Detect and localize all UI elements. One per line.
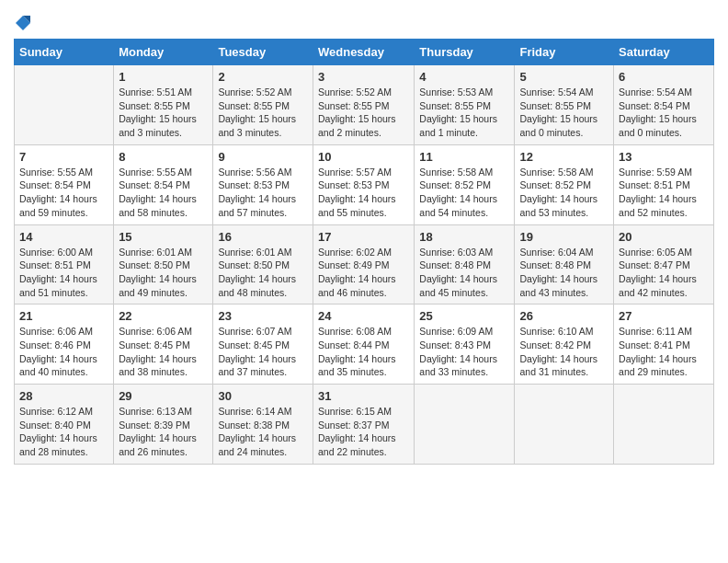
table-row: 22Sunrise: 6:06 AMSunset: 8:45 PMDayligh… <box>114 304 213 385</box>
day-info: Sunrise: 5:58 AMSunset: 8:52 PMDaylight:… <box>419 167 497 218</box>
day-info: Sunrise: 5:55 AMSunset: 8:54 PMDaylight:… <box>119 167 197 218</box>
header-area <box>14 9 714 31</box>
day-info: Sunrise: 5:56 AMSunset: 8:53 PMDaylight:… <box>218 167 296 218</box>
day-number: 15 <box>119 230 208 244</box>
table-row: 10Sunrise: 5:57 AMSunset: 8:53 PMDayligh… <box>313 144 414 224</box>
day-number: 28 <box>19 389 108 403</box>
day-number: 14 <box>19 230 108 244</box>
table-row: 5Sunrise: 5:54 AMSunset: 8:55 PMDaylight… <box>515 65 614 145</box>
table-row: 2Sunrise: 5:52 AMSunset: 8:55 PMDaylight… <box>213 65 313 145</box>
day-info: Sunrise: 6:06 AMSunset: 8:45 PMDaylight:… <box>119 326 197 377</box>
day-number: 19 <box>519 230 609 244</box>
table-row: 26Sunrise: 6:10 AMSunset: 8:42 PMDayligh… <box>515 304 614 385</box>
table-row: 14Sunrise: 6:00 AMSunset: 8:51 PMDayligh… <box>15 224 114 304</box>
day-number: 20 <box>619 230 709 244</box>
day-info: Sunrise: 5:52 AMSunset: 8:55 PMDaylight:… <box>318 86 396 138</box>
day-number: 16 <box>218 230 308 244</box>
day-number: 5 <box>519 70 609 84</box>
table-row: 4Sunrise: 5:53 AMSunset: 8:55 PMDaylight… <box>415 65 515 145</box>
table-row: 1Sunrise: 5:51 AMSunset: 8:55 PMDaylight… <box>114 65 213 145</box>
day-number: 13 <box>619 150 709 164</box>
day-number: 12 <box>519 150 609 164</box>
day-info: Sunrise: 5:55 AMSunset: 8:54 PMDaylight:… <box>19 167 97 218</box>
table-row: 24Sunrise: 6:08 AMSunset: 8:44 PMDayligh… <box>313 304 414 385</box>
table-row: 8Sunrise: 5:55 AMSunset: 8:54 PMDaylight… <box>114 144 213 224</box>
table-row: 23Sunrise: 6:07 AMSunset: 8:45 PMDayligh… <box>213 304 313 385</box>
day-info: Sunrise: 6:10 AMSunset: 8:42 PMDaylight:… <box>519 326 597 377</box>
day-info: Sunrise: 6:08 AMSunset: 8:44 PMDaylight:… <box>318 326 396 377</box>
day-number: 11 <box>419 150 509 164</box>
table-row <box>614 385 714 465</box>
day-number: 3 <box>318 70 409 84</box>
day-info: Sunrise: 6:00 AMSunset: 8:51 PMDaylight:… <box>19 247 97 298</box>
day-info: Sunrise: 6:09 AMSunset: 8:43 PMDaylight:… <box>419 326 497 377</box>
col-thursday: Thursday <box>415 40 515 65</box>
table-row: 6Sunrise: 5:54 AMSunset: 8:54 PMDaylight… <box>614 65 714 145</box>
day-info: Sunrise: 6:01 AMSunset: 8:50 PMDaylight:… <box>119 247 197 298</box>
day-info: Sunrise: 6:07 AMSunset: 8:45 PMDaylight:… <box>218 326 296 377</box>
table-row: 17Sunrise: 6:02 AMSunset: 8:49 PMDayligh… <box>313 224 414 304</box>
day-number: 30 <box>218 389 308 403</box>
col-monday: Monday <box>114 40 213 65</box>
day-info: Sunrise: 6:14 AMSunset: 8:38 PMDaylight:… <box>218 406 296 457</box>
day-number: 1 <box>119 70 208 84</box>
day-info: Sunrise: 6:12 AMSunset: 8:40 PMDaylight:… <box>19 406 97 457</box>
day-info: Sunrise: 6:04 AMSunset: 8:48 PMDaylight:… <box>519 247 597 298</box>
day-info: Sunrise: 5:52 AMSunset: 8:55 PMDaylight:… <box>218 86 296 138</box>
table-row: 30Sunrise: 6:14 AMSunset: 8:38 PMDayligh… <box>213 385 313 465</box>
day-info: Sunrise: 5:54 AMSunset: 8:54 PMDaylight:… <box>619 86 697 138</box>
table-row <box>515 385 614 465</box>
table-row: 12Sunrise: 5:58 AMSunset: 8:52 PMDayligh… <box>515 144 614 224</box>
col-wednesday: Wednesday <box>313 40 414 65</box>
calendar-header: Sunday Monday Tuesday Wednesday Thursday… <box>15 40 714 65</box>
day-number: 22 <box>119 309 208 323</box>
table-row <box>415 385 515 465</box>
day-info: Sunrise: 6:13 AMSunset: 8:39 PMDaylight:… <box>119 406 197 457</box>
table-row: 31Sunrise: 6:15 AMSunset: 8:37 PMDayligh… <box>313 385 414 465</box>
day-info: Sunrise: 6:05 AMSunset: 8:47 PMDaylight:… <box>619 247 697 298</box>
table-row: 15Sunrise: 6:01 AMSunset: 8:50 PMDayligh… <box>114 224 213 304</box>
table-row: 7Sunrise: 5:55 AMSunset: 8:54 PMDaylight… <box>15 144 114 224</box>
day-info: Sunrise: 5:54 AMSunset: 8:55 PMDaylight:… <box>519 86 597 138</box>
table-row: 25Sunrise: 6:09 AMSunset: 8:43 PMDayligh… <box>415 304 515 385</box>
day-number: 24 <box>318 309 409 323</box>
day-number: 6 <box>619 70 709 84</box>
day-number: 29 <box>119 389 208 403</box>
table-row: 21Sunrise: 6:06 AMSunset: 8:46 PMDayligh… <box>15 304 114 385</box>
table-row: 27Sunrise: 6:11 AMSunset: 8:41 PMDayligh… <box>614 304 714 385</box>
col-tuesday: Tuesday <box>213 40 313 65</box>
day-info: Sunrise: 6:02 AMSunset: 8:49 PMDaylight:… <box>318 247 396 298</box>
day-info: Sunrise: 5:57 AMSunset: 8:53 PMDaylight:… <box>318 167 396 218</box>
logo <box>14 9 31 31</box>
day-info: Sunrise: 6:06 AMSunset: 8:46 PMDaylight:… <box>19 326 97 377</box>
table-row: 3Sunrise: 5:52 AMSunset: 8:55 PMDaylight… <box>313 65 414 145</box>
logo-icon <box>15 15 31 31</box>
day-info: Sunrise: 5:58 AMSunset: 8:52 PMDaylight:… <box>519 167 597 218</box>
table-row: 18Sunrise: 6:03 AMSunset: 8:48 PMDayligh… <box>415 224 515 304</box>
day-number: 8 <box>119 150 208 164</box>
col-sunday: Sunday <box>15 40 114 65</box>
day-number: 10 <box>318 150 409 164</box>
day-number: 17 <box>318 230 409 244</box>
day-number: 21 <box>19 309 108 323</box>
col-friday: Friday <box>515 40 614 65</box>
table-row: 20Sunrise: 6:05 AMSunset: 8:47 PMDayligh… <box>614 224 714 304</box>
day-info: Sunrise: 5:59 AMSunset: 8:51 PMDaylight:… <box>619 167 697 218</box>
day-number: 31 <box>318 389 409 403</box>
day-number: 9 <box>218 150 308 164</box>
day-number: 26 <box>519 309 609 323</box>
day-number: 18 <box>419 230 509 244</box>
calendar-table: Sunday Monday Tuesday Wednesday Thursday… <box>14 39 714 465</box>
day-number: 25 <box>419 309 509 323</box>
day-number: 27 <box>619 309 709 323</box>
table-row: 11Sunrise: 5:58 AMSunset: 8:52 PMDayligh… <box>415 144 515 224</box>
table-row: 16Sunrise: 6:01 AMSunset: 8:50 PMDayligh… <box>213 224 313 304</box>
day-info: Sunrise: 5:53 AMSunset: 8:55 PMDaylight:… <box>419 86 497 138</box>
day-number: 7 <box>19 150 108 164</box>
table-row <box>15 65 114 145</box>
day-number: 4 <box>419 70 509 84</box>
calendar-body: 1Sunrise: 5:51 AMSunset: 8:55 PMDaylight… <box>15 65 714 465</box>
table-row: 28Sunrise: 6:12 AMSunset: 8:40 PMDayligh… <box>15 385 114 465</box>
day-number: 2 <box>218 70 308 84</box>
day-info: Sunrise: 6:03 AMSunset: 8:48 PMDaylight:… <box>419 247 497 298</box>
